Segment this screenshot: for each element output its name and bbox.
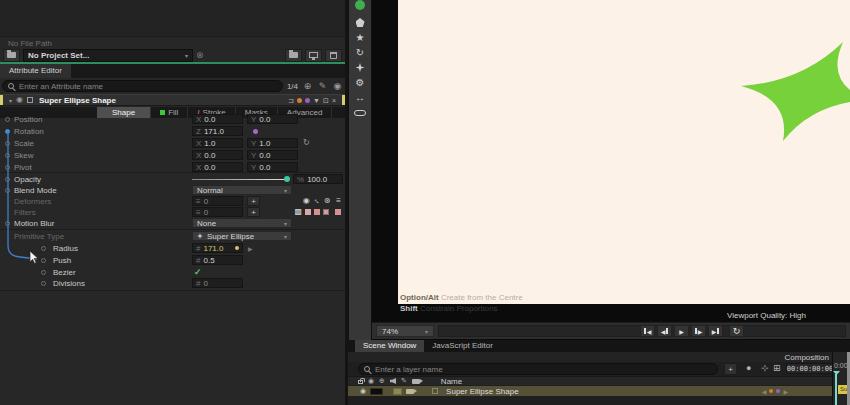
step-back-button[interactable]: ◀ xyxy=(657,325,672,337)
close-icon[interactable]: × xyxy=(332,97,336,104)
pen-icon[interactable]: ✎ xyxy=(401,377,407,385)
timecode-field[interactable]: 00:00:00:00 xyxy=(786,363,834,374)
snap-icon[interactable]: ⊹ xyxy=(761,364,769,373)
keyframe-next-icon[interactable]: ▶ xyxy=(248,245,253,252)
tab-scene-window[interactable]: Scene Window xyxy=(355,340,424,352)
motion-blur-dropdown[interactable]: None▾ xyxy=(192,218,292,228)
filter-swatch-icon[interactable] xyxy=(335,209,341,215)
purple-keyframe-dot[interactable] xyxy=(253,129,258,134)
pin-icon[interactable]: ▼ xyxy=(313,97,320,104)
expand-icon[interactable]: ⊡ xyxy=(323,97,329,104)
pivot-x-field[interactable]: X0.0 xyxy=(192,162,243,172)
opacity-slider-knob[interactable] xyxy=(284,176,290,182)
checkbox-checked-icon[interactable]: ✓ xyxy=(194,267,202,277)
playhead-line[interactable] xyxy=(835,374,837,405)
loop-button[interactable]: ↻ xyxy=(729,325,744,337)
attribute-dot[interactable] xyxy=(5,177,10,182)
position-y-field[interactable]: Y0.0 xyxy=(247,114,298,124)
radius-field[interactable]: #171.0 xyxy=(192,243,243,253)
lock-icon[interactable] xyxy=(358,380,363,384)
project-folder-button[interactable] xyxy=(3,49,20,62)
add-layer-button[interactable]: + xyxy=(724,363,737,375)
play-button[interactable]: ▶ xyxy=(674,325,689,337)
star-tool-button[interactable]: ★ xyxy=(349,30,371,45)
speaker-icon[interactable] xyxy=(390,378,396,384)
purple-keyframe-dot[interactable] xyxy=(776,389,780,393)
attribute-search-input[interactable]: Enter an Attribute name xyxy=(2,80,283,92)
filter-swatch-icon[interactable] xyxy=(323,209,329,215)
attribute-dot[interactable] xyxy=(5,188,10,193)
opacity-slider[interactable] xyxy=(192,179,288,180)
pivot-y-field[interactable]: Y0.0 xyxy=(247,162,298,172)
zoom-level-dropdown[interactable]: 74% ▾ xyxy=(376,325,434,337)
next-keyframe-icon[interactable]: ▶ xyxy=(783,388,788,395)
project-select[interactable]: No Project Set... ▾ xyxy=(23,49,193,62)
search-settings-icon[interactable]: ⊕ xyxy=(302,81,313,91)
keyframe-dot[interactable] xyxy=(235,246,239,250)
canvas[interactable] xyxy=(398,0,850,304)
attribute-dot[interactable] xyxy=(41,258,46,263)
attribute-dot[interactable] xyxy=(41,270,46,275)
ball-icon[interactable]: ● xyxy=(746,364,751,373)
collapse-chevron-icon[interactable]: ▾ xyxy=(9,97,12,104)
skew-y-field[interactable]: Y0.0 xyxy=(247,150,298,160)
cog-tool-button[interactable]: ⚙ xyxy=(349,75,371,90)
eye-icon[interactable]: ◉ xyxy=(360,387,366,395)
skip-to-end-button[interactable]: ▶ xyxy=(708,325,723,337)
layer-checkbox[interactable] xyxy=(432,388,438,394)
purple-keyframe-dot[interactable] xyxy=(305,98,310,103)
add-filter-button[interactable]: + xyxy=(247,207,260,217)
grid-settings-icon[interactable]: ⊞ xyxy=(773,364,781,373)
filters-count-field[interactable]: ≡0 xyxy=(192,207,243,217)
transform-arrows-icon[interactable]: ↔ xyxy=(311,195,322,206)
attribute-dot-connected[interactable] xyxy=(5,129,10,134)
attribute-dot[interactable] xyxy=(5,117,10,122)
shape-header-row[interactable]: ▾ ◉ Super Ellipse Shape ⊐ ▼ ⊡ × xyxy=(0,94,345,106)
checker-icon[interactable]: ▩ xyxy=(294,208,302,216)
color-swatch-black[interactable] xyxy=(370,388,383,395)
layer-row-super-ellipse[interactable]: ◉ Super Ellipse Shape ◀ ▶ xyxy=(348,386,832,396)
clear-project-icon[interactable]: ⊗ xyxy=(196,50,204,60)
edit-filter-icon[interactable]: ✎ xyxy=(317,81,328,91)
filter-swatch-icon[interactable] xyxy=(305,209,311,215)
attribute-dot[interactable] xyxy=(41,281,46,286)
opacity-value-field[interactable]: %100.0 xyxy=(293,174,343,184)
camera-icon[interactable] xyxy=(406,389,414,394)
blend-mode-dropdown[interactable]: Normal▾ xyxy=(192,185,292,195)
list-icon[interactable]: ≡ xyxy=(336,197,341,205)
attribute-dot[interactable] xyxy=(5,221,10,226)
globe-icon[interactable]: ⊛ xyxy=(324,197,331,205)
skew-x-field[interactable]: X0.0 xyxy=(192,150,243,160)
tab-attribute-editor[interactable]: Attribute Editor xyxy=(0,64,71,78)
capsule-tool-button[interactable] xyxy=(349,105,371,120)
attribute-dot[interactable] xyxy=(5,153,10,158)
uniform-scale-link-icon[interactable]: ↻ xyxy=(303,139,310,147)
divisions-field[interactable]: #0 xyxy=(192,278,243,288)
attribute-dot[interactable] xyxy=(5,165,10,170)
filter-swatch-icon[interactable] xyxy=(314,209,320,215)
target-icon[interactable]: ⊕ xyxy=(379,377,385,385)
scale-y-field[interactable]: Y1.0 xyxy=(247,138,298,148)
super-ellipse-tool-button[interactable] xyxy=(349,60,371,75)
prev-keyframe-icon[interactable]: ◀ xyxy=(762,388,767,395)
delete-button[interactable] xyxy=(325,49,342,62)
visibility-filter-icon[interactable]: ◉ xyxy=(332,81,343,91)
step-forward-button[interactable]: ▶ xyxy=(691,325,706,337)
attribute-dot[interactable] xyxy=(41,246,46,251)
deformers-count-field[interactable]: ≡0 xyxy=(192,196,243,206)
eye-icon[interactable]: ◉ xyxy=(303,197,310,205)
color-swatch-olive[interactable] xyxy=(393,388,402,395)
primitive-type-dropdown[interactable]: Super Ellipse▾ xyxy=(192,231,292,241)
attribute-dot[interactable] xyxy=(5,141,10,146)
eye-icon[interactable]: ◉ xyxy=(368,377,374,385)
rotation-z-field[interactable]: Z171.0 xyxy=(192,126,243,136)
scale-x-field[interactable]: X1.0 xyxy=(192,138,243,148)
add-deformer-button[interactable]: + xyxy=(247,196,260,206)
push-field[interactable]: #0.5 xyxy=(192,255,243,265)
arc-tool-button[interactable]: ↻ xyxy=(349,45,371,60)
open-folder-button[interactable] xyxy=(285,49,302,62)
render-monitor-button[interactable] xyxy=(305,49,322,62)
visibility-eye-icon[interactable]: ◉ xyxy=(16,96,23,104)
active-tool-indicator[interactable] xyxy=(349,0,371,15)
orange-keyframe-dot[interactable] xyxy=(297,98,302,103)
